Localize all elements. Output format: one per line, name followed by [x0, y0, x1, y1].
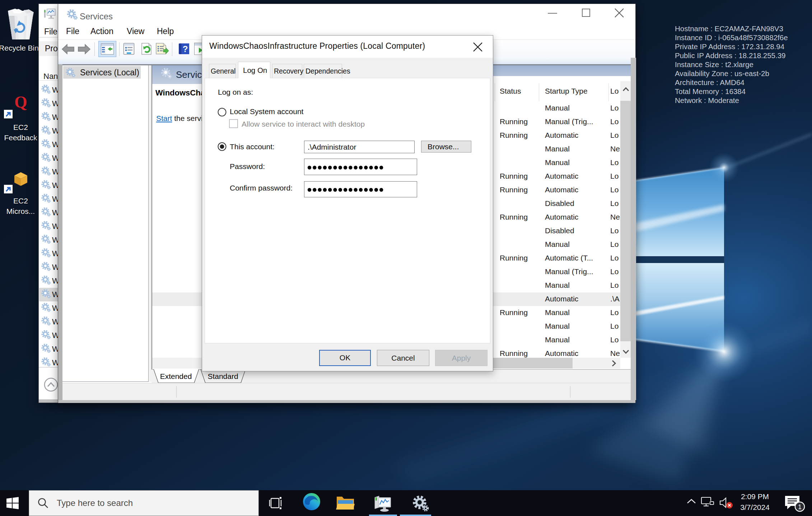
svg-text:Standard: Standard [207, 372, 238, 380]
svg-text:1: 1 [798, 503, 802, 511]
svg-text:Extended: Extended [160, 372, 192, 380]
svg-text:?: ? [183, 44, 188, 54]
